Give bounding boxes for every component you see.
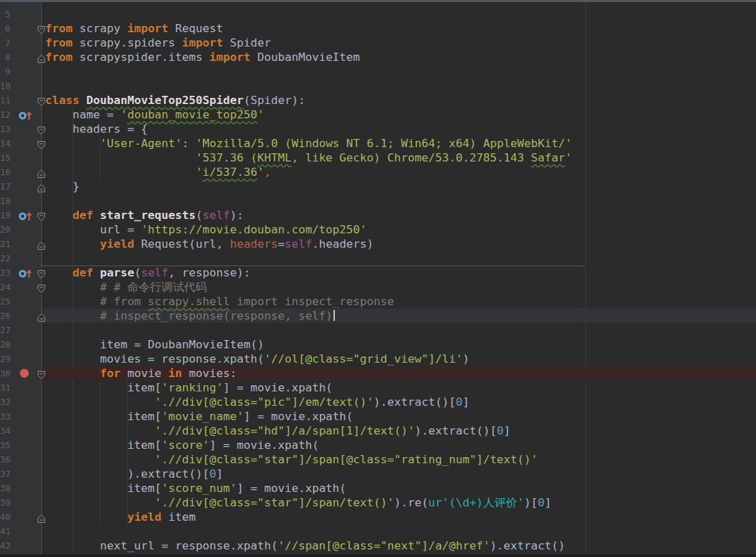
line-number[interactable]: 9 [0, 64, 10, 79]
line-number[interactable]: 24 [0, 280, 10, 294]
fold-marker-up-icon[interactable] [37, 513, 46, 527]
code-line[interactable]: # inspect_response(response, self) [45, 309, 335, 323]
fold-marker-up-icon[interactable] [37, 168, 46, 182]
override-method-icon[interactable] [18, 109, 33, 124]
code-line[interactable]: def parse(self, response): [45, 265, 251, 280]
line-number[interactable]: 15 [0, 151, 10, 165]
line-number[interactable]: 7 [0, 36, 10, 50]
code-line[interactable]: yield Request(url, headers=self.headers) [45, 237, 374, 251]
code-line[interactable]: 'User-Agent': 'Mozilla/5.0 (Windows NT 6… [45, 136, 572, 151]
code-line[interactable]: ).extract()[0] [45, 467, 223, 481]
code-line-row: 22 [0, 251, 756, 265]
line-number[interactable]: 17 [0, 179, 10, 194]
line-number[interactable]: 31 [0, 380, 10, 395]
code-line[interactable]: next_url = response.xpath('//span[@class… [45, 539, 565, 553]
line-number[interactable]: 42 [0, 539, 10, 553]
code-line-row: 39 './/div[@class="star"]/span/text()').… [0, 495, 756, 510]
line-number[interactable]: 37 [0, 467, 10, 481]
code-line[interactable]: for movie in movies: [45, 366, 237, 380]
line-number[interactable]: 5 [0, 7, 10, 21]
line-number[interactable]: 10 [0, 79, 10, 93]
fold-marker-down-icon[interactable] [37, 283, 46, 297]
code-line[interactable]: # from scrapy.shell import inspect_respo… [45, 294, 394, 309]
line-number[interactable]: 20 [0, 222, 10, 237]
code-line[interactable]: '537.36 (KHTML, like Gecko) Chrome/53.0.… [45, 151, 572, 165]
code-line[interactable]: './/div[@class="hd"]/a/span[1]/text()').… [45, 424, 510, 438]
code-line-row: 24 # # 命令行调试代码 [0, 280, 756, 294]
line-number[interactable]: 40 [0, 510, 10, 524]
line-number[interactable]: 23 [0, 265, 10, 280]
code-line[interactable]: item = DoubanMovieItem() [45, 337, 264, 352]
line-number[interactable]: 8 [0, 50, 10, 64]
line-number[interactable]: 11 [0, 93, 10, 107]
fold-marker-down-icon[interactable] [37, 211, 46, 225]
line-number[interactable]: 22 [0, 251, 10, 265]
code-line-row: 8from scrapyspider.items import DoubanMo… [0, 50, 756, 64]
code-line[interactable]: from scrapy.spiders import Spider [45, 36, 271, 50]
fold-marker-up-icon[interactable] [37, 182, 46, 196]
code-line[interactable]: def start_requests(self): [45, 208, 244, 222]
code-line[interactable]: './/div[@class="star"]/span/text()').re(… [45, 495, 551, 510]
fold-marker-down-icon[interactable] [37, 268, 46, 283]
code-line[interactable]: item['movie_name'] = movie.xpath( [45, 409, 353, 424]
code-line[interactable]: item['score_num'] = movie.xpath( [45, 481, 346, 495]
code-line-row: 19 def start_requests(self): [0, 208, 756, 222]
line-number[interactable]: 32 [0, 395, 10, 409]
code-lines: 456from scrapy import Request7from scrap… [0, 0, 756, 553]
line-number[interactable]: 29 [0, 352, 10, 366]
line-number[interactable]: 28 [0, 337, 10, 352]
code-line[interactable]: from scrapyspider.items import DoubanMov… [45, 50, 360, 64]
line-number[interactable]: 19 [0, 208, 10, 222]
line-number[interactable]: 18 [0, 194, 10, 208]
line-number[interactable]: 14 [0, 136, 10, 151]
line-number[interactable]: 25 [0, 294, 10, 309]
code-line-row: 7from scrapy.spiders import Spider [0, 36, 756, 50]
fold-marker-down-icon[interactable] [37, 139, 46, 153]
code-line[interactable]: headers = { [45, 122, 148, 136]
fold-marker-down-icon[interactable] [37, 96, 46, 110]
code-line[interactable]: name = 'douban_movie_top250' [45, 107, 264, 122]
code-line[interactable]: class DoubanMovieTop250Spider(Spider): [45, 93, 305, 107]
code-line[interactable]: movies = response.xpath('//ol[@class="gr… [45, 352, 469, 366]
line-number[interactable]: 33 [0, 409, 10, 424]
code-line-row: 17 } [0, 179, 756, 194]
line-number[interactable]: 39 [0, 495, 10, 510]
code-line[interactable]: yield item [45, 510, 196, 524]
code-line[interactable]: item['score'] = movie.xpath( [45, 438, 319, 452]
line-number[interactable]: 34 [0, 424, 10, 438]
code-line[interactable]: url = 'https://movie.douban.com/top250' [45, 222, 367, 237]
override-method-icon[interactable] [18, 268, 33, 282]
fold-marker-down-icon[interactable] [37, 125, 46, 139]
fold-marker-down-icon[interactable] [37, 369, 46, 383]
fold-marker-down-icon[interactable] [37, 24, 46, 38]
code-editor[interactable]: 456from scrapy import Request7from scrap… [0, 0, 756, 557]
code-line[interactable]: './/div[@class="star"]/span[@class="rati… [45, 452, 538, 467]
fold-marker-up-icon[interactable] [37, 53, 46, 67]
line-number[interactable]: 38 [0, 481, 10, 495]
code-line[interactable]: # # 命令行调试代码 [45, 280, 207, 294]
line-number[interactable]: 36 [0, 452, 10, 467]
code-line-row: 16 'i/537.36', [0, 165, 756, 179]
line-number[interactable]: 13 [0, 122, 10, 136]
code-line[interactable]: './/div[@class="pic"]/em/text()').extrac… [45, 395, 469, 409]
override-method-icon[interactable] [18, 210, 33, 224]
code-line-row: 20 url = 'https://movie.douban.com/top25… [0, 222, 756, 237]
code-line[interactable]: } [45, 179, 79, 194]
line-number[interactable]: 35 [0, 438, 10, 452]
line-number[interactable]: 16 [0, 165, 10, 179]
code-line-row: 33 item['movie_name'] = movie.xpath( [0, 409, 756, 424]
line-number[interactable]: 27 [0, 323, 10, 337]
code-line[interactable]: from scrapy import Request [45, 21, 223, 36]
breakpoint-icon[interactable] [20, 369, 29, 378]
line-number[interactable]: 6 [0, 21, 10, 36]
code-line-row: 13 headers = { [0, 122, 756, 136]
line-number[interactable]: 30 [0, 366, 10, 380]
line-number[interactable]: 12 [0, 107, 10, 122]
fold-marker-up-icon[interactable] [37, 239, 46, 254]
line-number[interactable]: 41 [0, 524, 10, 539]
fold-marker-up-icon[interactable] [37, 311, 46, 326]
code-line[interactable]: 'i/537.36', [45, 165, 271, 179]
line-number[interactable]: 26 [0, 309, 10, 323]
code-line[interactable]: item['ranking'] = movie.xpath( [45, 380, 333, 395]
line-number[interactable]: 21 [0, 237, 10, 251]
